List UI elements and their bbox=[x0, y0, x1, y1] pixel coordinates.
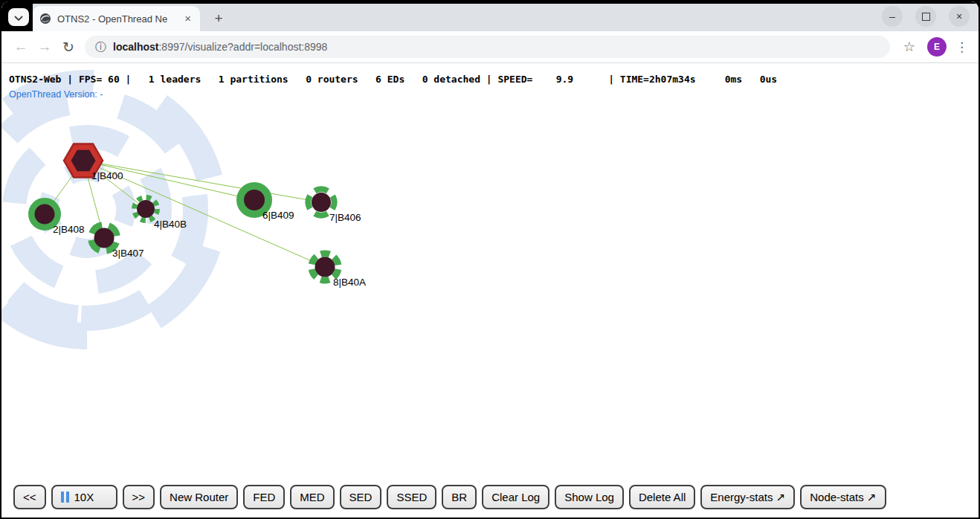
forward-icon[interactable]: → bbox=[33, 35, 57, 59]
site-info-icon[interactable]: ⓘ bbox=[95, 40, 106, 54]
tab-title: OTNS2 - OpenThread Ne bbox=[57, 13, 176, 25]
node-label: 3|B407 bbox=[112, 248, 144, 259]
node-core bbox=[312, 193, 331, 212]
tab-search-button[interactable] bbox=[8, 8, 29, 26]
node-label: 6|B409 bbox=[262, 210, 294, 221]
node-core bbox=[315, 257, 335, 277]
action-toolbar: <<10X>>New RouterFEDMEDSEDSSEDBRClear Lo… bbox=[13, 485, 886, 509]
button-label: SSED bbox=[396, 491, 427, 503]
tab-strip: OTNS2 - OpenThread Ne × + – × bbox=[1, 1, 979, 31]
delete-all-button[interactable]: Delete All bbox=[629, 485, 695, 509]
node-label: 8|B40A bbox=[333, 277, 366, 288]
tab-close-icon[interactable]: × bbox=[182, 13, 193, 25]
button-label: >> bbox=[132, 491, 146, 503]
br-button[interactable]: BR bbox=[442, 485, 477, 509]
maximize-icon bbox=[922, 13, 930, 21]
new-router-button[interactable]: New Router bbox=[160, 485, 238, 509]
node-core bbox=[244, 190, 265, 210]
med-button[interactable]: MED bbox=[290, 485, 334, 509]
back-icon[interactable]: ← bbox=[9, 35, 33, 59]
url-path: :8997/visualize?addr=localhost:8998 bbox=[158, 41, 327, 53]
url-text: localhost:8997/visualize?addr=localhost:… bbox=[113, 41, 327, 53]
chevron-down-icon bbox=[14, 10, 23, 24]
window-controls: – × bbox=[882, 6, 970, 27]
simulation-status-bar: OTNS2-Web | FPS= 60 | 1 leaders 1 partit… bbox=[9, 74, 777, 85]
clear-log-button[interactable]: Clear Log bbox=[482, 485, 549, 509]
button-label: Node-stats ↗ bbox=[810, 491, 876, 504]
node-core bbox=[94, 228, 115, 248]
network-canvas[interactable] bbox=[1, 64, 979, 518]
node-label: 1|B400 bbox=[91, 170, 123, 181]
ssed-button[interactable]: SSED bbox=[387, 485, 436, 509]
bookmark-star-icon[interactable]: ☆ bbox=[903, 39, 915, 55]
speed-down-button[interactable]: << bbox=[13, 485, 46, 509]
browser-menu-icon[interactable]: ⋮ bbox=[955, 39, 968, 55]
node-core bbox=[137, 200, 155, 218]
button-label: BR bbox=[451, 491, 467, 503]
globe-favicon-icon bbox=[39, 13, 51, 25]
button-label: Clear Log bbox=[491, 491, 540, 503]
show-log-button[interactable]: Show Log bbox=[555, 485, 624, 509]
fed-button[interactable]: FED bbox=[243, 485, 285, 509]
minimize-button[interactable]: – bbox=[882, 6, 903, 27]
button-label: FED bbox=[253, 491, 275, 503]
address-bar[interactable]: ⓘ localhost:8997/visualize?addr=localhos… bbox=[85, 36, 890, 58]
profile-avatar[interactable]: E bbox=[927, 37, 947, 57]
node-stats-button[interactable]: Node-stats ↗ bbox=[800, 485, 886, 509]
refresh-icon[interactable]: ↻ bbox=[57, 35, 80, 59]
button-label: New Router bbox=[170, 491, 228, 503]
node-label: 4|B40B bbox=[154, 219, 187, 230]
browser-window: OTNS2 - OpenThread Ne × + – × ← → ↻ ⓘ lo… bbox=[1, 1, 979, 518]
url-host: localhost bbox=[113, 41, 158, 53]
button-label: Energy-stats ↗ bbox=[710, 491, 785, 504]
speed-up-button[interactable]: >> bbox=[123, 485, 155, 509]
button-label: MED bbox=[300, 491, 324, 503]
node-label: 2|B408 bbox=[53, 224, 85, 235]
button-label: Show Log bbox=[564, 491, 614, 503]
button-label: 10X bbox=[74, 491, 94, 503]
maximize-button[interactable] bbox=[915, 6, 936, 27]
button-label: SED bbox=[349, 491, 373, 503]
pause-icon bbox=[61, 491, 69, 503]
energy-stats-button[interactable]: Energy-stats ↗ bbox=[700, 485, 795, 509]
speed-button[interactable]: 10X bbox=[51, 485, 117, 509]
button-label: << bbox=[23, 491, 36, 503]
node-core bbox=[35, 204, 55, 225]
node-label: 7|B406 bbox=[329, 212, 361, 223]
navigation-bar: ← → ↻ ⓘ localhost:8997/visualize?addr=lo… bbox=[1, 31, 979, 63]
new-tab-button[interactable]: + bbox=[210, 10, 228, 28]
button-label: Delete All bbox=[639, 491, 686, 503]
browser-tab[interactable]: OTNS2 - OpenThread Ne × bbox=[33, 6, 200, 31]
page-content: 1|B4002|B4083|B4074|B40B6|B4097|B4068|B4… bbox=[1, 64, 979, 518]
openthread-version-text: OpenThread Version: - bbox=[9, 89, 103, 100]
sed-button[interactable]: SED bbox=[340, 485, 382, 509]
close-button[interactable]: × bbox=[949, 6, 970, 27]
